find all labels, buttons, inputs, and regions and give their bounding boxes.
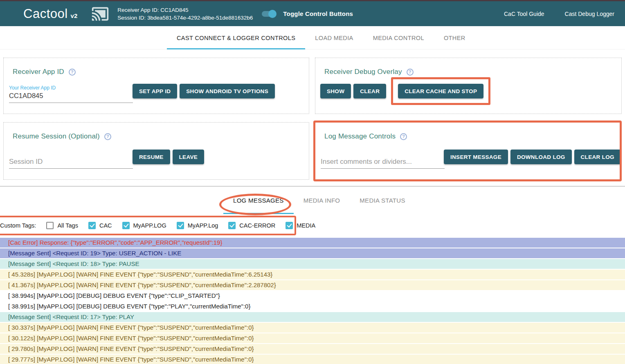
tab-load-media[interactable]: LOAD MEDIA <box>305 26 363 49</box>
custom-tags-filter: Custom Tags: All Tags CAC MyAPP.LOG MyAP… <box>0 216 296 235</box>
resume-button[interactable]: RESUME <box>133 150 170 164</box>
session-info: Receiver App ID: CC1AD845 Session ID: 3b… <box>117 6 253 22</box>
leave-button[interactable]: LEAVE <box>173 150 205 164</box>
cast-connected-icon <box>90 5 111 23</box>
receiver-debug-overlay-panel: Receiver Debug Overlay SHOW CLEAR CLEAR … <box>315 58 622 114</box>
checkbox-icon[interactable] <box>88 222 96 229</box>
log-tab-bar: LOG MESSAGES MEDIA INFO MEDIA STATUS <box>0 187 625 214</box>
cac-tool-guide-link[interactable]: CaC Tool Guide <box>504 11 544 17</box>
receiver-app-id-text: Receiver App ID: CC1AD845 <box>117 6 253 14</box>
clear-overlay-button[interactable]: CLEAR <box>353 84 386 98</box>
tag-label: MyAPP.Log <box>188 222 218 229</box>
insert-message-button[interactable]: INSERT MESSAGE <box>444 150 508 164</box>
app-logo: Cactool v2 <box>23 7 77 20</box>
tag-label: MyAPP.LOG <box>133 222 166 229</box>
checkbox-icon[interactable] <box>46 222 54 229</box>
log-row: [ 38.994s] [MyAPP.LOG] [DEBUG] DEBUG EVE… <box>0 291 625 301</box>
log-row: [ 38.991s] [MyAPP.LOG] [DEBUG] DEBUG EVE… <box>0 301 625 311</box>
help-icon[interactable] <box>104 133 111 140</box>
tag-label: CAC-ERROR <box>239 222 275 229</box>
tab-cast-connect-logger-controls[interactable]: CAST CONNECT & LOGGER CONTROLS <box>167 26 305 49</box>
receiver-app-id-input[interactable] <box>9 92 133 100</box>
log-row: [ 45.328s] [MyAPP.LOG] [WARN] FINE EVENT… <box>0 270 625 279</box>
tab-media-control[interactable]: MEDIA CONTROL <box>363 26 434 49</box>
log-message-controls-panel: Log Message Controls INSERT MESSAGE DOWN… <box>315 122 620 180</box>
tag-myapp-log-mixed[interactable]: MyAPP.Log <box>177 222 218 229</box>
receiver-app-id-panel: Receiver App ID Your Receiver App ID SET… <box>3 58 309 114</box>
session-id-text: Session ID: 3bdea581-574e-4292-a8be-51de… <box>117 14 253 22</box>
log-row: [ 29.777s] [MyAPP.LOG] [WARN] FINE EVENT… <box>0 355 625 364</box>
app-header: Cactool v2 Receiver App ID: CC1AD845 Ses… <box>0 1 625 26</box>
tag-label: CAC <box>99 222 112 229</box>
clear-log-button[interactable]: CLEAR LOG <box>574 150 621 164</box>
set-app-id-button[interactable]: SET APP ID <box>133 84 177 98</box>
annotation-rect-clear-cache: CLEAR CACHE AND STOP <box>391 77 490 105</box>
tag-all-tags[interactable]: All Tags <box>46 222 78 229</box>
toggle-label: Toggle Control Buttons <box>283 10 353 17</box>
show-android-tv-options-button[interactable]: SHOW ANDROID TV OPTIONS <box>180 84 275 98</box>
download-log-button[interactable]: DOWNLOAD LOG <box>510 150 572 164</box>
help-icon[interactable] <box>407 69 414 76</box>
tab-other[interactable]: OTHER <box>434 26 475 49</box>
app-version: v2 <box>71 12 78 20</box>
log-comment-field <box>321 158 445 169</box>
panel-title: Receiver App ID <box>13 68 64 76</box>
cast-debug-logger-link[interactable]: Cast Debug Logger <box>565 11 614 17</box>
panel-title: Receiver Debug Overlay <box>324 68 402 76</box>
checkbox-icon[interactable] <box>228 222 236 229</box>
panel-title: Resume Session (Optional) <box>13 132 100 141</box>
tag-label: All Tags <box>57 222 78 229</box>
session-id-field <box>9 158 133 169</box>
session-id-input[interactable] <box>9 158 133 165</box>
help-icon[interactable] <box>69 69 76 76</box>
toggle-knob <box>268 10 277 18</box>
tag-myapp-log-upper[interactable]: MyAPP.LOG <box>122 222 166 229</box>
tag-cac[interactable]: CAC <box>88 222 112 229</box>
log-row: [ 29.780s] [MyAPP.LOG] [WARN] FINE EVENT… <box>0 344 625 354</box>
checkbox-icon[interactable] <box>122 222 130 229</box>
log-row: [ 30.122s] [MyAPP.LOG] [WARN] FINE EVENT… <box>0 333 625 343</box>
custom-tags-label: Custom Tags: <box>0 222 36 229</box>
tag-media[interactable]: MEDIA <box>286 222 315 229</box>
receiver-app-id-field: Your Receiver App ID <box>9 85 133 103</box>
log-row: [ 41.367s] [MyAPP.LOG] [WARN] FINE EVENT… <box>0 280 625 290</box>
checkbox-icon[interactable] <box>286 222 293 229</box>
tab-media-info[interactable]: MEDIA INFO <box>294 187 350 214</box>
log-row: [ 30.337s] [MyAPP.LOG] [WARN] FINE EVENT… <box>0 323 625 333</box>
log-row: [Message Sent] <Request ID: 18> Type: PA… <box>0 259 625 269</box>
log-message-list: [Cac Error] Response: {"type":"ERROR","c… <box>0 238 625 364</box>
show-overlay-button[interactable]: SHOW <box>320 84 351 98</box>
control-panels: Receiver App ID Your Receiver App ID SET… <box>3 58 622 180</box>
tab-log-messages[interactable]: LOG MESSAGES <box>223 187 294 214</box>
log-comment-input[interactable] <box>321 158 445 165</box>
log-row: [Cac Error] Response: {"type":"ERROR","c… <box>0 238 625 248</box>
checkbox-icon[interactable] <box>177 222 184 229</box>
main-tab-bar: CAST CONNECT & LOGGER CONTROLS LOAD MEDI… <box>0 26 625 49</box>
header-links: CaC Tool Guide Cast Debug Logger <box>504 11 614 17</box>
panel-title: Log Message Controls <box>324 132 396 141</box>
tab-media-status[interactable]: MEDIA STATUS <box>350 187 415 214</box>
tag-cac-error[interactable]: CAC-ERROR <box>228 222 275 229</box>
tag-label: MEDIA <box>297 222 315 229</box>
log-row: [Message Sent] <Request ID: 19> Type: US… <box>0 248 625 258</box>
app-title: Cactool <box>23 7 68 20</box>
resume-session-panel: Resume Session (Optional) RESUME LEAVE <box>3 122 309 180</box>
log-row: [Message Sent] <Request ID: 17> Type: PL… <box>0 312 625 322</box>
control-buttons-toggle[interactable] <box>261 9 277 18</box>
clear-cache-and-stop-button[interactable]: CLEAR CACHE AND STOP <box>398 84 483 98</box>
help-icon[interactable] <box>400 133 407 140</box>
field-label: Your Receiver App ID <box>9 85 133 91</box>
